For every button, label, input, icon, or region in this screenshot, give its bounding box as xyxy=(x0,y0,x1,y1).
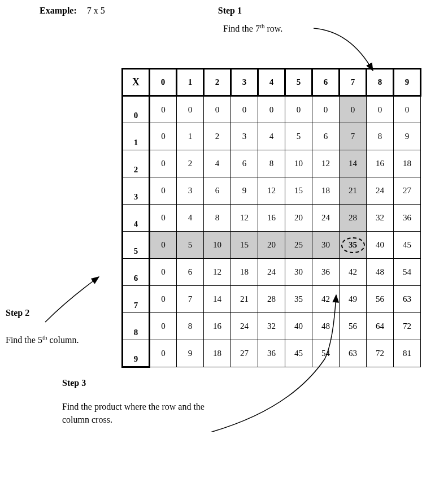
table-cell: 5 xyxy=(285,123,312,150)
table-cell: 0 xyxy=(150,96,177,123)
table-cell: 3 xyxy=(231,123,258,150)
row-header: 2 xyxy=(123,150,150,177)
table-cell: 4 xyxy=(204,150,231,177)
table-cell: 0 xyxy=(150,340,177,367)
table-cell: 21 xyxy=(340,177,367,205)
table-cell: 72 xyxy=(394,313,421,340)
table-cell: 24 xyxy=(312,205,340,232)
table-cell: 0 xyxy=(340,96,367,123)
table-cell: 6 xyxy=(231,150,258,177)
table-cell: 8 xyxy=(367,123,394,150)
step2-label: Step 2 xyxy=(6,308,79,318)
answer-circle-icon xyxy=(341,237,365,253)
table-cell: 30 xyxy=(285,259,312,286)
arrow-step1-icon xyxy=(314,28,373,71)
table-cell: 45 xyxy=(285,340,312,367)
table-cell: 0 xyxy=(150,150,177,177)
col-header: 0 xyxy=(150,69,177,96)
table-cell: 8 xyxy=(204,205,231,232)
table-cell: 24 xyxy=(231,313,258,340)
step1-label: Step 1 xyxy=(218,6,242,16)
table-cell: 35 xyxy=(340,232,367,259)
table-cell: 54 xyxy=(312,340,340,367)
table-cell: 2 xyxy=(177,150,204,177)
table-cell: 6 xyxy=(204,177,231,205)
table-cell: 36 xyxy=(258,340,285,367)
table-cell: 28 xyxy=(340,205,367,232)
row-header: 3 xyxy=(123,177,150,205)
step1-text: Find the 7th row. xyxy=(223,23,440,34)
table-cell: 32 xyxy=(367,205,394,232)
table-cell: 0 xyxy=(150,313,177,340)
multiplication-table: X012345678900000000000101234567892024681… xyxy=(121,68,440,368)
table-cell: 36 xyxy=(394,205,421,232)
example-text: 7 x 5 xyxy=(87,6,105,16)
table-cell: 0 xyxy=(150,286,177,313)
table-cell: 16 xyxy=(258,205,285,232)
table-cell: 16 xyxy=(204,313,231,340)
row-header: 7 xyxy=(123,286,150,313)
table-cell: 45 xyxy=(394,232,421,259)
table-cell: 0 xyxy=(312,96,340,123)
table-cell: 24 xyxy=(258,259,285,286)
table-cell: 0 xyxy=(150,205,177,232)
row-header: 4 xyxy=(123,205,150,232)
table-cell: 12 xyxy=(204,259,231,286)
table-cell: 63 xyxy=(394,286,421,313)
table-cell: 12 xyxy=(231,205,258,232)
table-cell: 0 xyxy=(285,96,312,123)
table-cell: 9 xyxy=(394,123,421,150)
table-cell: 63 xyxy=(340,340,367,367)
row-header: 1 xyxy=(123,123,150,150)
table-cell: 72 xyxy=(367,340,394,367)
table-cell: 48 xyxy=(367,259,394,286)
table-cell: 18 xyxy=(394,150,421,177)
table-cell: 27 xyxy=(394,177,421,205)
table-cell: 10 xyxy=(285,150,312,177)
col-header: 8 xyxy=(367,69,394,96)
table-cell: 40 xyxy=(285,313,312,340)
example-label: Example: xyxy=(40,6,77,16)
table-cell: 6 xyxy=(177,259,204,286)
table-cell: 0 xyxy=(150,123,177,150)
table-cell: 24 xyxy=(367,177,394,205)
table-cell: 42 xyxy=(312,286,340,313)
table-cell: 20 xyxy=(258,232,285,259)
table-cell: 8 xyxy=(258,150,285,177)
row-header: 8 xyxy=(123,313,150,340)
table-cell: 54 xyxy=(394,259,421,286)
table-cell: 15 xyxy=(231,232,258,259)
step2-text: Find the 5th column. xyxy=(6,334,79,345)
table-cell: 15 xyxy=(285,177,312,205)
table-cell: 42 xyxy=(340,259,367,286)
table-cell: 18 xyxy=(204,340,231,367)
table-cell: 4 xyxy=(177,205,204,232)
table-cell: 0 xyxy=(258,96,285,123)
table-cell: 0 xyxy=(150,232,177,259)
table-cell: 56 xyxy=(367,286,394,313)
table-cell: 0 xyxy=(150,259,177,286)
table-cell: 0 xyxy=(394,96,421,123)
table-cell: 1 xyxy=(177,123,204,150)
table-cell: 35 xyxy=(285,286,312,313)
table-cell: 0 xyxy=(204,96,231,123)
table-cell: 49 xyxy=(340,286,367,313)
table-cell: 27 xyxy=(231,340,258,367)
table-cell: 30 xyxy=(312,232,340,259)
table-cell: 81 xyxy=(394,340,421,367)
col-header: 5 xyxy=(285,69,312,96)
table-cell: 40 xyxy=(367,232,394,259)
table-cell: 48 xyxy=(312,313,340,340)
table-cell: 9 xyxy=(177,340,204,367)
table-cell: 0 xyxy=(150,177,177,205)
step3-text: Find the product where the row and the c… xyxy=(62,401,232,426)
table-cell: 32 xyxy=(258,313,285,340)
table-cell: 0 xyxy=(177,96,204,123)
col-header: 4 xyxy=(258,69,285,96)
table-cell: 8 xyxy=(177,313,204,340)
table-cell: 0 xyxy=(231,96,258,123)
table-cell: 28 xyxy=(258,286,285,313)
table-cell: 7 xyxy=(340,123,367,150)
table-cell: 14 xyxy=(204,286,231,313)
table-cell: 4 xyxy=(258,123,285,150)
